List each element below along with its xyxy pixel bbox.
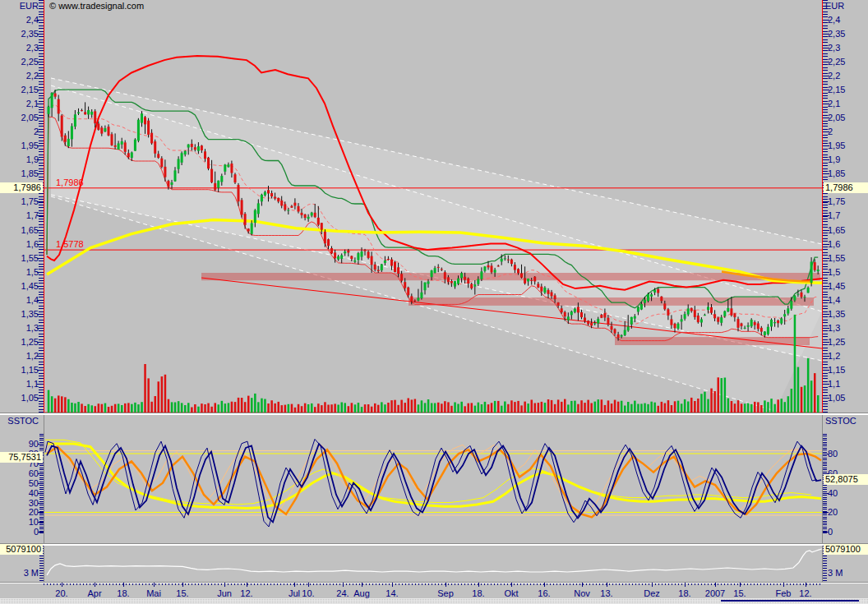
price-tick-label: 2,25 — [0, 57, 39, 67]
price-tick-label: 2,15 — [0, 85, 39, 95]
price-chart-plot[interactable] — [44, 0, 822, 413]
date-tick-label: 13. — [600, 588, 612, 598]
volume-current-value-box-left: 5079100 — [0, 544, 43, 555]
price-tick-label: 1,9 — [0, 154, 39, 164]
price-tick-label: 1,75 — [0, 196, 39, 206]
date-axis-ruler — [44, 583, 822, 585]
date-tick-label: 16. — [538, 588, 550, 598]
price-tick-label: 2,25 — [828, 57, 845, 67]
price-tick-label: 1,3 — [0, 323, 39, 333]
tradesignal-chart-window: © www.tradesignal.com EUR EUR 2,4 2,35 2… — [0, 0, 868, 604]
price-tick-label: 1,2 — [828, 351, 840, 361]
price-tick-label: 1,75 — [828, 196, 845, 206]
date-tick-label: Apr — [87, 588, 101, 598]
sstoc-plot[interactable] — [44, 415, 822, 543]
sstoc-tick-label: 20 — [828, 507, 838, 517]
date-tick-label: 20. — [55, 588, 67, 598]
price-tick-label: 1,85 — [828, 168, 845, 178]
price-tick-label: 1,25 — [0, 337, 39, 347]
price-tick-label: 1,85 — [0, 168, 39, 178]
price-tick-label: 2,05 — [828, 113, 845, 122]
copyright-label: © www.tradesignal.com — [49, 1, 144, 11]
price-tick-label: 1,9 — [828, 154, 840, 164]
sstoc-edge-left — [44, 415, 44, 543]
price-tick-label: 1,95 — [0, 141, 39, 150]
price-tick-label: 2,4 — [0, 15, 39, 25]
price-tick-label: 1,45 — [0, 281, 39, 291]
date-tick-label: 15. — [733, 588, 746, 598]
sstoc-title-left: SSTOC — [0, 416, 39, 426]
horizontal-scrollbar-thumb[interactable] — [721, 600, 859, 602]
price-tick-label: 2,3 — [0, 43, 39, 53]
sstoc-tick-label: 50 — [0, 478, 39, 488]
date-tick-label: 14. — [386, 588, 398, 598]
sstoc-current-value-box-left: 75,7531 — [0, 452, 43, 463]
price-tick-label: 2 — [0, 127, 39, 136]
volume-unit-label-left: 3 M — [0, 568, 39, 578]
price-axis-line-left — [44, 0, 44, 413]
price-tick-label: 1,95 — [828, 141, 845, 150]
price-ticks-right — [823, 0, 828, 413]
date-tick-label: Jul — [289, 588, 300, 598]
sstoc-tick-label: 60 — [0, 468, 39, 478]
price-tick-label: 1,7 — [0, 210, 39, 220]
hline-value-label: 1,5778 — [56, 239, 84, 249]
price-tick-label: 1,2 — [0, 351, 39, 361]
date-tick-label: 18. — [117, 588, 129, 598]
sstoc-tick-label: 0 — [0, 527, 39, 537]
date-tick-label: 12. — [799, 588, 811, 598]
price-tick-label: 1,35 — [828, 309, 845, 319]
sstoc-tick-label: 20 — [0, 507, 39, 517]
date-tick-label: Jun — [217, 588, 232, 598]
price-ticks-left — [39, 0, 44, 413]
price-current-value-box-left: 1,7986 — [0, 182, 43, 193]
date-tick-label: Nov — [574, 588, 590, 598]
price-tick-label: 1,6 — [828, 239, 840, 249]
volume-edge-left — [44, 546, 44, 582]
price-tick-label: 1,55 — [828, 253, 845, 263]
sstoc-current-value-box-right: 52,8075 — [824, 474, 868, 485]
volume-current-value-box-right: 5079100 — [824, 544, 868, 555]
date-tick-label: 18. — [678, 588, 690, 598]
price-tick-label: 1,7 — [828, 210, 840, 220]
date-tick-label: 15. — [176, 588, 188, 598]
price-tick-label: 1,25 — [828, 337, 845, 347]
price-tick-label: 1,05 — [828, 393, 845, 403]
price-tick-label: 2,1 — [828, 99, 840, 108]
price-tick-label: 1,1 — [828, 379, 840, 389]
price-tick-label: 1,3 — [828, 323, 840, 333]
price-tick-label: 2,2 — [0, 71, 39, 81]
date-tick-label: Dez — [644, 588, 660, 598]
sstoc-tick-label: 10 — [0, 517, 39, 527]
price-tick-label: 1,6 — [0, 239, 39, 249]
price-tick-label: 1,1 — [0, 379, 39, 389]
price-tick-label: 2,35 — [828, 29, 845, 39]
date-tick-label: 2007 — [705, 588, 725, 598]
date-tick-label: 18. — [472, 588, 484, 598]
price-tick-label: 1,15 — [828, 365, 845, 375]
sstoc-tick-label: 80 — [828, 449, 838, 459]
date-tick-label: 10. — [302, 588, 314, 598]
date-tick-label: Feb — [776, 588, 792, 598]
price-tick-label: 1,5 — [828, 267, 840, 277]
price-tick-label: 2,1 — [0, 99, 39, 108]
sstoc-title-right: SSTOC — [825, 416, 856, 426]
price-tick-label: 1,4 — [828, 295, 840, 305]
price-tick-label: 2,3 — [828, 43, 840, 53]
price-tick-label: 1,45 — [828, 281, 845, 291]
volume-plot[interactable] — [44, 546, 822, 582]
price-tick-label: 1,5 — [0, 267, 39, 277]
price-tick-label: 1,15 — [0, 365, 39, 375]
price-tick-label: 1,65 — [0, 225, 39, 235]
price-axis-title-left: EUR — [0, 1, 39, 11]
sstoc-tick-label: 40 — [0, 488, 39, 498]
price-tick-label: 1,4 — [0, 295, 39, 305]
sstoc-tick-label: 40 — [828, 488, 838, 498]
price-tick-label: 2,2 — [828, 71, 840, 81]
price-tick-label: 1,65 — [828, 225, 845, 235]
date-tick-label: 24. — [336, 588, 349, 598]
sstoc-tick-label: 30 — [0, 498, 39, 508]
price-tick-label: 2,05 — [0, 113, 39, 122]
hline-value-label: 1,7986 — [56, 178, 84, 187]
sstoc-ticks-left — [39, 434, 44, 534]
